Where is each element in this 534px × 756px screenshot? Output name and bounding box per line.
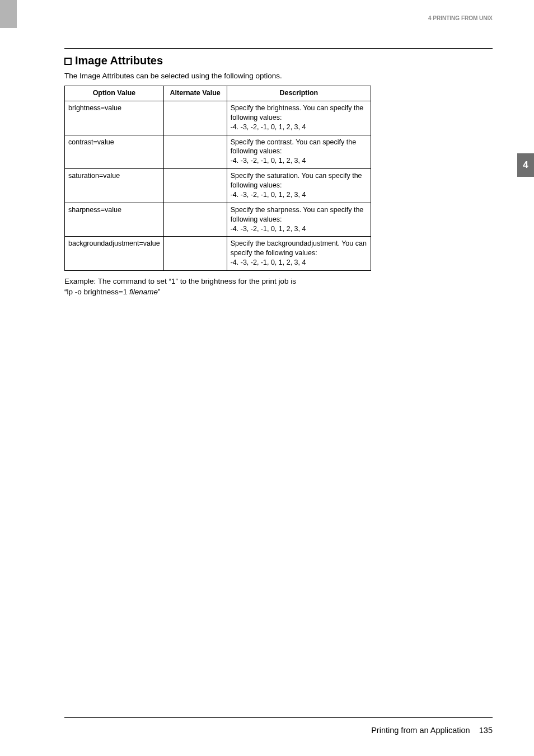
cell-alternate [163, 237, 227, 271]
example-line2-post: ” [158, 288, 161, 296]
cell-option: sharpness=value [65, 203, 164, 237]
cell-alternate [163, 203, 227, 237]
example-text: Example: The command to set “1” to the b… [64, 276, 493, 297]
cell-description: Specify the contrast. You can specify th… [227, 135, 371, 169]
desc-text-2: -4. -3, -2, -1, 0, 1, 2, 3, 4 [231, 191, 306, 199]
desc-text-1: Specify the backgroundadjustment. You ca… [231, 240, 367, 257]
table-header-row: Option Value Alternate Value Description [65, 86, 371, 101]
section-title: Image Attributes [75, 54, 163, 67]
cell-description: Specify the backgroundadjustment. You ca… [227, 237, 371, 271]
side-chapter-tab: 4 [517, 153, 534, 177]
table-row: saturation=value Specify the saturation.… [65, 169, 371, 203]
example-line2-pre: “lp -o brightness=1 [64, 288, 129, 296]
desc-text-2: -4. -3, -2, -1, 0, 1, 2, 3, 4 [231, 225, 306, 233]
intro-text: The Image Attributes can be selected usi… [64, 72, 493, 80]
cell-option: saturation=value [65, 169, 164, 203]
cell-description: Specify the brightness. You can specify … [227, 101, 371, 135]
desc-text-2: -4. -3, -2, -1, 0, 1, 2, 3, 4 [231, 259, 306, 266]
col-header-description: Description [227, 86, 371, 101]
section-title-row: Image Attributes [64, 54, 493, 67]
chapter-header-label: 4 PRINTING FROM UNIX [428, 15, 493, 21]
square-bullet-icon [64, 58, 72, 65]
cell-alternate [163, 135, 227, 169]
desc-text-2: -4. -3, -2, -1, 0, 1, 2, 3, 4 [231, 123, 306, 131]
left-stripe [0, 0, 17, 28]
page-footer: Printing from an Application 135 [64, 717, 493, 735]
desc-text-1: Specify the contrast. You can specify th… [231, 138, 356, 156]
divider-bottom [64, 717, 493, 718]
cell-alternate [163, 101, 227, 135]
footer-text: Printing from an Application 135 [64, 726, 493, 735]
desc-text-2: -4. -3, -2, -1, 0, 1, 2, 3, 4 [231, 157, 306, 165]
footer-page-number: 135 [479, 726, 493, 735]
table-row: contrast=value Specify the contrast. You… [65, 135, 371, 169]
desc-text-1: Specify the sharpness. You can specify t… [231, 206, 364, 223]
col-header-alternate: Alternate Value [163, 86, 227, 101]
image-attributes-table: Option Value Alternate Value Description… [64, 86, 371, 271]
cell-description: Specify the saturation. You can specify … [227, 169, 371, 203]
desc-text-1: Specify the brightness. You can specify … [231, 104, 364, 121]
cell-option: contrast=value [65, 135, 164, 169]
divider-top [64, 48, 493, 49]
footer-section-label: Printing from an Application [371, 726, 470, 735]
col-header-option: Option Value [65, 86, 164, 101]
table-row: sharpness=value Specify the sharpness. Y… [65, 203, 371, 237]
example-line1: Example: The command to set “1” to the b… [64, 277, 296, 285]
table-row: brightness=value Specify the brightness.… [65, 101, 371, 135]
page-content: Image Attributes The Image Attributes ca… [64, 48, 493, 297]
example-line2-italic: filename [129, 288, 158, 296]
cell-alternate [163, 169, 227, 203]
cell-description: Specify the sharpness. You can specify t… [227, 203, 371, 237]
cell-option: brightness=value [65, 101, 164, 135]
desc-text-1: Specify the saturation. You can specify … [231, 172, 362, 189]
header-bar: 4 PRINTING FROM UNIX [17, 0, 534, 28]
table-row: backgroundadjustment=value Specify the b… [65, 237, 371, 271]
side-chapter-number: 4 [523, 159, 528, 171]
cell-option: backgroundadjustment=value [65, 237, 164, 271]
